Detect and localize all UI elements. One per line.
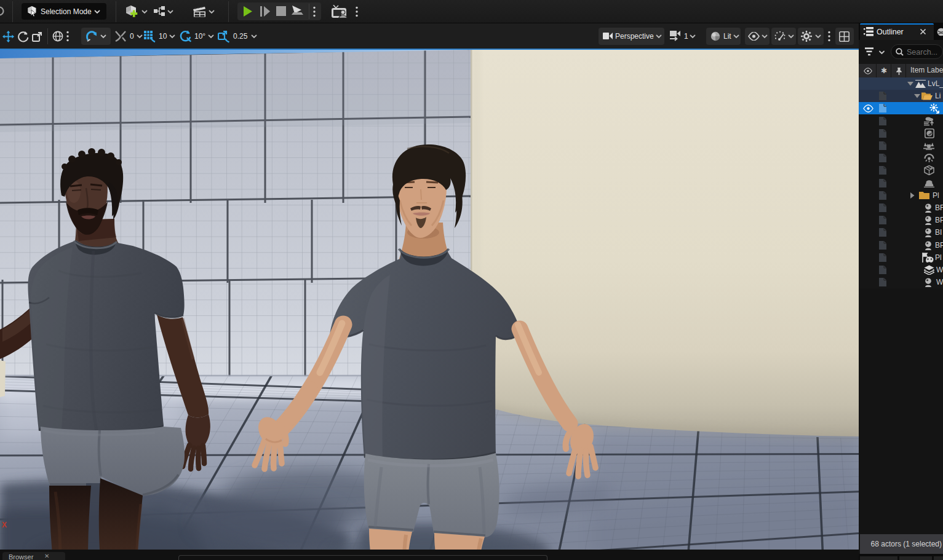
svg-text:X: X <box>2 521 7 529</box>
